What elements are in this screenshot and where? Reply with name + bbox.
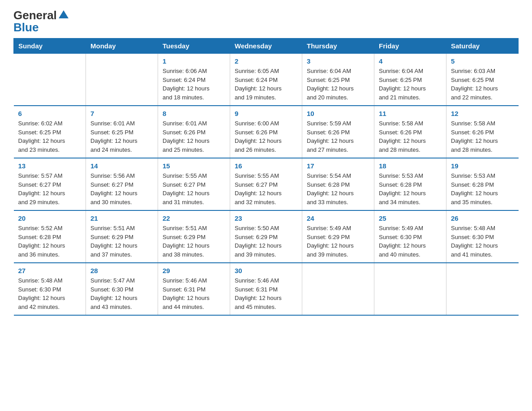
day-cell: 1Sunrise: 6:06 AMSunset: 6:24 PMDaylight… xyxy=(158,54,230,106)
day-number: 22 xyxy=(163,214,225,222)
days-header-row: SundayMondayTuesdayWednesdayThursdayFrid… xyxy=(14,39,519,54)
day-info: Sunrise: 5:57 AMSunset: 6:27 PMDaylight:… xyxy=(18,171,82,206)
day-info: Sunrise: 5:50 AMSunset: 6:29 PMDaylight:… xyxy=(235,224,297,259)
day-cell: 25Sunrise: 5:49 AMSunset: 6:30 PMDayligh… xyxy=(374,210,446,263)
header: General Blue xyxy=(13,9,519,34)
day-info: Sunrise: 5:48 AMSunset: 6:30 PMDaylight:… xyxy=(18,276,82,311)
day-info: Sunrise: 6:06 AMSunset: 6:24 PMDaylight:… xyxy=(163,67,225,102)
day-info: Sunrise: 6:01 AMSunset: 6:25 PMDaylight:… xyxy=(90,119,153,154)
day-info: Sunrise: 5:46 AMSunset: 6:31 PMDaylight:… xyxy=(163,276,225,311)
day-number: 18 xyxy=(379,162,442,170)
day-number: 24 xyxy=(307,214,369,222)
day-cell xyxy=(446,263,519,315)
day-number: 16 xyxy=(235,162,297,170)
day-cell: 7Sunrise: 6:01 AMSunset: 6:25 PMDaylight… xyxy=(86,106,158,158)
day-info: Sunrise: 5:59 AMSunset: 6:26 PMDaylight:… xyxy=(307,119,369,154)
day-number: 29 xyxy=(163,267,225,274)
day-number: 9 xyxy=(235,110,297,117)
day-info: Sunrise: 6:04 AMSunset: 6:25 PMDaylight:… xyxy=(379,67,442,102)
day-cell: 4Sunrise: 6:04 AMSunset: 6:25 PMDaylight… xyxy=(374,54,446,106)
day-number: 6 xyxy=(18,110,82,117)
day-number: 4 xyxy=(379,57,442,65)
day-number: 10 xyxy=(307,110,369,117)
day-number: 30 xyxy=(235,267,297,274)
day-number: 3 xyxy=(307,57,369,65)
day-info: Sunrise: 5:51 AMSunset: 6:29 PMDaylight:… xyxy=(163,224,225,259)
week-row-1: 1Sunrise: 6:06 AMSunset: 6:24 PMDaylight… xyxy=(14,54,519,106)
day-info: Sunrise: 6:05 AMSunset: 6:24 PMDaylight:… xyxy=(235,67,297,102)
day-cell: 17Sunrise: 5:54 AMSunset: 6:28 PMDayligh… xyxy=(302,158,374,210)
day-cell xyxy=(14,54,86,106)
day-number: 27 xyxy=(18,267,82,274)
day-number: 23 xyxy=(235,214,297,222)
day-info: Sunrise: 5:48 AMSunset: 6:30 PMDaylight:… xyxy=(451,224,514,259)
day-info: Sunrise: 5:58 AMSunset: 6:26 PMDaylight:… xyxy=(379,119,442,154)
day-cell: 14Sunrise: 5:56 AMSunset: 6:27 PMDayligh… xyxy=(86,158,158,210)
day-cell xyxy=(374,263,446,315)
day-info: Sunrise: 6:01 AMSunset: 6:26 PMDaylight:… xyxy=(163,119,225,154)
week-row-2: 6Sunrise: 6:02 AMSunset: 6:25 PMDaylight… xyxy=(14,106,519,158)
day-info: Sunrise: 5:49 AMSunset: 6:29 PMDaylight:… xyxy=(307,224,369,259)
day-header-friday: Friday xyxy=(374,39,446,54)
day-info: Sunrise: 5:53 AMSunset: 6:28 PMDaylight:… xyxy=(451,171,514,206)
day-info: Sunrise: 5:58 AMSunset: 6:26 PMDaylight:… xyxy=(451,119,514,154)
logo: General Blue xyxy=(13,9,69,34)
day-number: 17 xyxy=(307,162,369,170)
day-header-wednesday: Wednesday xyxy=(230,39,302,54)
day-number: 8 xyxy=(163,110,225,117)
calendar-table: SundayMondayTuesdayWednesdayThursdayFrid… xyxy=(13,38,519,316)
day-header-tuesday: Tuesday xyxy=(158,39,230,54)
day-header-sunday: Sunday xyxy=(14,39,86,54)
day-cell: 12Sunrise: 5:58 AMSunset: 6:26 PMDayligh… xyxy=(446,106,519,158)
day-cell: 28Sunrise: 5:47 AMSunset: 6:30 PMDayligh… xyxy=(86,263,158,315)
day-number: 11 xyxy=(379,110,442,117)
week-row-4: 20Sunrise: 5:52 AMSunset: 6:28 PMDayligh… xyxy=(14,210,519,263)
day-number: 13 xyxy=(18,162,82,170)
day-info: Sunrise: 6:00 AMSunset: 6:26 PMDaylight:… xyxy=(235,119,297,154)
day-info: Sunrise: 5:55 AMSunset: 6:27 PMDaylight:… xyxy=(163,171,225,206)
day-number: 28 xyxy=(90,267,153,274)
week-row-5: 27Sunrise: 5:48 AMSunset: 6:30 PMDayligh… xyxy=(14,263,519,315)
day-info: Sunrise: 6:03 AMSunset: 6:25 PMDaylight:… xyxy=(451,67,514,102)
day-header-saturday: Saturday xyxy=(446,39,519,54)
day-cell: 23Sunrise: 5:50 AMSunset: 6:29 PMDayligh… xyxy=(230,210,302,263)
day-cell: 26Sunrise: 5:48 AMSunset: 6:30 PMDayligh… xyxy=(446,210,519,263)
day-cell: 16Sunrise: 5:55 AMSunset: 6:27 PMDayligh… xyxy=(230,158,302,210)
day-cell: 11Sunrise: 5:58 AMSunset: 6:26 PMDayligh… xyxy=(374,106,446,158)
day-info: Sunrise: 5:49 AMSunset: 6:30 PMDaylight:… xyxy=(379,224,442,259)
svg-marker-0 xyxy=(59,10,69,18)
day-info: Sunrise: 5:56 AMSunset: 6:27 PMDaylight:… xyxy=(90,171,153,206)
day-info: Sunrise: 6:04 AMSunset: 6:25 PMDaylight:… xyxy=(307,67,369,102)
day-info: Sunrise: 5:54 AMSunset: 6:28 PMDaylight:… xyxy=(307,171,369,206)
day-header-monday: Monday xyxy=(86,39,158,54)
day-cell: 24Sunrise: 5:49 AMSunset: 6:29 PMDayligh… xyxy=(302,210,374,263)
day-number: 26 xyxy=(451,214,514,222)
day-cell: 30Sunrise: 5:46 AMSunset: 6:31 PMDayligh… xyxy=(230,263,302,315)
day-cell xyxy=(86,54,158,106)
day-cell: 29Sunrise: 5:46 AMSunset: 6:31 PMDayligh… xyxy=(158,263,230,315)
logo-blue: Blue xyxy=(13,21,39,34)
day-info: Sunrise: 5:46 AMSunset: 6:31 PMDaylight:… xyxy=(235,276,297,311)
day-cell: 15Sunrise: 5:55 AMSunset: 6:27 PMDayligh… xyxy=(158,158,230,210)
day-cell: 22Sunrise: 5:51 AMSunset: 6:29 PMDayligh… xyxy=(158,210,230,263)
day-info: Sunrise: 5:47 AMSunset: 6:30 PMDaylight:… xyxy=(90,276,153,311)
day-number: 20 xyxy=(18,214,82,222)
day-header-thursday: Thursday xyxy=(302,39,374,54)
day-cell: 8Sunrise: 6:01 AMSunset: 6:26 PMDaylight… xyxy=(158,106,230,158)
day-number: 2 xyxy=(235,57,297,65)
logo-triangle-icon xyxy=(59,9,69,19)
week-row-3: 13Sunrise: 5:57 AMSunset: 6:27 PMDayligh… xyxy=(14,158,519,210)
day-cell: 9Sunrise: 6:00 AMSunset: 6:26 PMDaylight… xyxy=(230,106,302,158)
day-number: 1 xyxy=(163,57,225,65)
day-number: 25 xyxy=(379,214,442,222)
day-cell: 13Sunrise: 5:57 AMSunset: 6:27 PMDayligh… xyxy=(14,158,86,210)
day-cell: 5Sunrise: 6:03 AMSunset: 6:25 PMDaylight… xyxy=(446,54,519,106)
day-number: 12 xyxy=(451,110,514,117)
day-cell: 3Sunrise: 6:04 AMSunset: 6:25 PMDaylight… xyxy=(302,54,374,106)
day-number: 7 xyxy=(90,110,153,117)
day-number: 15 xyxy=(163,162,225,170)
day-number: 21 xyxy=(90,214,153,222)
day-cell: 19Sunrise: 5:53 AMSunset: 6:28 PMDayligh… xyxy=(446,158,519,210)
day-cell: 2Sunrise: 6:05 AMSunset: 6:24 PMDaylight… xyxy=(230,54,302,106)
day-cell: 6Sunrise: 6:02 AMSunset: 6:25 PMDaylight… xyxy=(14,106,86,158)
